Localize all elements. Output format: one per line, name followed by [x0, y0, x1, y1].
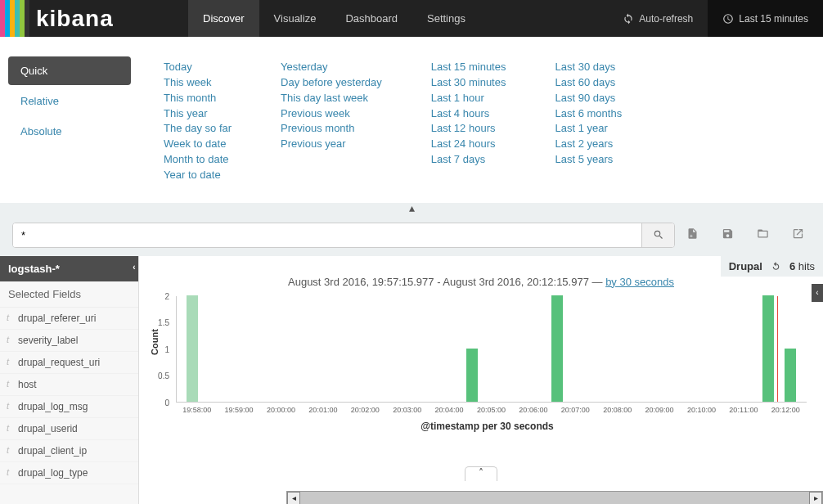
time-quick-option[interactable]: Last 4 hours: [431, 106, 506, 122]
open-search-button[interactable]: [757, 227, 769, 242]
time-quick-option[interactable]: Last 2 years: [555, 137, 622, 152]
y-axis: 00.511.52: [151, 296, 171, 403]
time-quick-option[interactable]: The day so far: [164, 121, 232, 137]
nav-tab-discover[interactable]: Discover: [188, 0, 259, 37]
field-item[interactable]: drupal_referer_uri: [0, 308, 138, 330]
collapse-time-panel[interactable]: ▴: [0, 203, 823, 214]
timerange-button[interactable]: Last 15 minutes: [708, 0, 823, 37]
fields-sidebar: logstash-* ‹ Selected Fields drupal_refe…: [0, 256, 139, 504]
time-quick-option[interactable]: Previous month: [281, 121, 382, 137]
time-quick-option[interactable]: This month: [164, 91, 232, 106]
time-mode-quick[interactable]: Quick: [8, 56, 131, 85]
search-group: [12, 223, 675, 248]
time-range-text: August 3rd 2016, 19:57:15.977 - August 3…: [288, 276, 605, 288]
logo-stripes: [0, 0, 29, 37]
discover-content: Drupal 6 hits ‹ August 3rd 2016, 19:57:1…: [139, 256, 823, 504]
time-mode-absolute[interactable]: Absolute: [8, 117, 131, 146]
field-item[interactable]: host: [0, 374, 138, 396]
time-quick-option[interactable]: This day last week: [281, 91, 382, 106]
time-quick-option[interactable]: Last 30 days: [555, 60, 622, 75]
time-quick-option[interactable]: Year to date: [164, 168, 232, 183]
time-quick-option[interactable]: Yesterday: [281, 60, 382, 75]
saved-search-name: Drupal: [729, 260, 762, 272]
time-quick-option[interactable]: Last 15 minutes: [431, 60, 506, 75]
x-tick: 20:03:00: [393, 406, 421, 414]
time-quick-option[interactable]: Today: [164, 60, 232, 75]
interval-link[interactable]: by 30 seconds: [605, 276, 674, 288]
time-quick-option[interactable]: Previous week: [281, 106, 382, 122]
x-tick: 20:01:00: [308, 406, 337, 414]
histogram-bar[interactable]: [187, 295, 198, 402]
time-quick-option[interactable]: Previous year: [281, 137, 382, 152]
field-item[interactable]: drupal_userid: [0, 418, 138, 440]
time-quick-option[interactable]: Day before yesterday: [281, 75, 382, 91]
results-badge: Drupal 6 hits: [721, 256, 823, 277]
time-quick-option[interactable]: Last 1 hour: [431, 91, 506, 106]
index-pattern-label: logstash-*: [8, 263, 60, 275]
scroll-right-button[interactable]: ▸: [809, 492, 822, 504]
logo-text: kibana: [29, 6, 114, 32]
search-button[interactable]: [641, 223, 674, 247]
nav-tab-settings[interactable]: Settings: [412, 0, 480, 37]
new-search-button[interactable]: [686, 227, 699, 242]
search-input[interactable]: [13, 223, 641, 247]
expand-documents-button[interactable]: ˄: [465, 466, 497, 481]
time-quick-option[interactable]: Last 24 hours: [431, 137, 506, 152]
time-quick-option[interactable]: Last 30 minutes: [431, 75, 506, 91]
histogram-bar[interactable]: [466, 349, 478, 402]
time-quick-option[interactable]: Week to date: [164, 137, 232, 152]
field-item[interactable]: drupal_log_type: [0, 462, 138, 484]
y-tick: 0: [164, 398, 169, 407]
main-area: logstash-* ‹ Selected Fields drupal_refe…: [0, 256, 823, 504]
time-quick-option[interactable]: This week: [164, 75, 232, 91]
reload-icon[interactable]: [771, 261, 781, 272]
scroll-left-button[interactable]: ◂: [287, 492, 300, 504]
x-tick: 20:07:00: [561, 406, 590, 414]
save-search-button[interactable]: [722, 227, 734, 242]
timerange-label: Last 15 minutes: [739, 13, 808, 25]
collapse-sidebar-button[interactable]: ‹: [129, 256, 139, 279]
time-quick-option[interactable]: Last 12 hours: [431, 121, 506, 137]
selected-fields-heading: Selected Fields: [0, 281, 138, 308]
search-icon: [653, 229, 664, 241]
clock-icon: [722, 13, 734, 25]
time-quick-option[interactable]: Last 5 years: [555, 152, 622, 168]
nav-tab-visualize[interactable]: Visualize: [259, 0, 331, 37]
plot-area: [176, 296, 807, 403]
nav-tab-dashboard[interactable]: Dashboard: [331, 0, 412, 37]
histogram-bar[interactable]: [762, 295, 774, 402]
logo: kibana: [0, 0, 188, 37]
time-quick-option[interactable]: This year: [164, 106, 232, 122]
time-quick-option[interactable]: Last 60 days: [555, 75, 622, 91]
expand-sidepanel-button[interactable]: ‹: [812, 284, 823, 302]
top-nav: kibana DiscoverVisualizeDashboardSetting…: [0, 0, 823, 37]
index-pattern-selector[interactable]: logstash-* ‹: [0, 256, 138, 281]
field-item[interactable]: drupal_request_uri: [0, 352, 138, 374]
scrollbar-track[interactable]: [300, 492, 809, 504]
field-item[interactable]: drupal_client_ip: [0, 440, 138, 462]
time-marker-line: [777, 296, 778, 402]
x-tick: 20:08:00: [603, 406, 632, 414]
x-tick: 20:12:00: [771, 406, 800, 414]
autorefresh-button[interactable]: Auto-refresh: [608, 0, 708, 37]
time-mode-relative[interactable]: Relative: [8, 87, 131, 115]
horizontal-scrollbar[interactable]: ◂ ▸: [286, 491, 823, 504]
time-quick-option[interactable]: Month to date: [164, 152, 232, 168]
time-quick-option[interactable]: Last 7 days: [431, 152, 506, 168]
x-tick: 20:11:00: [729, 406, 758, 414]
x-tick: 20:10:00: [687, 406, 716, 414]
x-tick: 19:58:00: [182, 406, 211, 414]
time-quick-option[interactable]: Last 90 days: [555, 91, 622, 106]
x-tick: 19:59:00: [225, 406, 254, 414]
histogram-bar[interactable]: [551, 295, 563, 402]
share-button[interactable]: [792, 227, 804, 242]
time-quick-option[interactable]: Last 1 year: [555, 121, 622, 137]
histogram-bar[interactable]: [785, 349, 796, 402]
field-item[interactable]: severity_label: [0, 330, 138, 352]
search-bar: [0, 214, 823, 256]
nav-tabs: DiscoverVisualizeDashboardSettings: [188, 0, 480, 37]
histogram-chart[interactable]: Count 00.511.52 19:58:0019:59:0020:00:00…: [168, 296, 807, 435]
field-item[interactable]: drupal_log_msg: [0, 396, 138, 418]
x-tick: 20:02:00: [351, 406, 380, 414]
time-quick-option[interactable]: Last 6 months: [555, 106, 622, 122]
